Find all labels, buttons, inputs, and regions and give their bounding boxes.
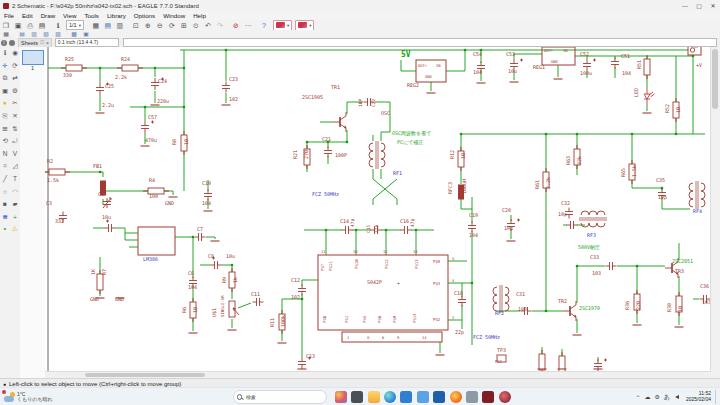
schematic-label[interactable]: C52 xyxy=(580,51,589,57)
net-wire[interactable] xyxy=(238,303,251,308)
schematic-label[interactable]: TR1 xyxy=(331,84,340,90)
schematic-label[interactable]: U$1 xyxy=(211,308,217,317)
move-tool[interactable]: ✛ xyxy=(0,60,10,73)
task-view-icon[interactable] xyxy=(351,391,363,403)
arc-tool[interactable]: ◠ xyxy=(10,186,20,199)
schematic-label[interactable]: C57 xyxy=(148,114,157,120)
command-input[interactable] xyxy=(123,38,717,47)
schematic-label[interactable]: OSC周波数を看て xyxy=(392,130,431,137)
schematic-label[interactable]: 13 xyxy=(413,249,418,254)
schematic-label[interactable]: 10 xyxy=(677,306,683,312)
zoom-select-icon[interactable]: ⊞ xyxy=(178,21,189,30)
schematic-label[interactable]: C35 xyxy=(656,177,665,183)
part-C51[interactable] xyxy=(611,58,619,69)
wire-tool[interactable]: ╱ xyxy=(0,173,10,186)
schematic-label[interactable]: 102 xyxy=(229,96,238,102)
schematic-label[interactable]: + xyxy=(397,280,400,286)
part-R24[interactable] xyxy=(117,65,143,71)
schematic-label[interactable]: R61 xyxy=(534,180,540,189)
schematic-label[interactable]: LM386 xyxy=(143,256,158,262)
schematic-label[interactable]: R21 xyxy=(292,150,298,159)
close-panel-icon[interactable]: × xyxy=(46,40,49,46)
junction-tool[interactable]: • xyxy=(0,223,10,236)
sheet-selector[interactable]: 1/1▾ xyxy=(66,20,84,30)
board-button[interactable]: ▾ xyxy=(273,20,292,31)
schematic-label[interactable]: 332 xyxy=(55,218,64,224)
junction-dot[interactable] xyxy=(545,133,548,136)
speaker-icon[interactable] xyxy=(675,395,679,399)
menu-options[interactable]: Options xyxy=(130,12,159,19)
schematic-label[interactable]: RF3 xyxy=(587,232,596,238)
schematic-label[interactable]: 220u xyxy=(157,98,169,104)
maximize-button[interactable]: ▢ xyxy=(692,1,706,11)
schematic-label[interactable]: C10 xyxy=(202,180,211,186)
eagle-icon[interactable] xyxy=(482,391,494,403)
layer-settings-icon[interactable]: ▤ xyxy=(102,21,113,30)
schematic-label[interactable]: REG1 xyxy=(533,64,545,70)
schematic-label[interactable]: P$2 xyxy=(433,317,441,322)
net-tool[interactable]: ＋ xyxy=(10,211,20,224)
schematic-label[interactable]: R6 xyxy=(181,307,187,313)
schematic-label[interactable]: 6 xyxy=(382,335,385,340)
schematic-label[interactable]: S042P xyxy=(367,279,382,285)
schematic-label[interactable]: 100 xyxy=(149,193,158,199)
edge-icon[interactable] xyxy=(384,391,396,403)
part-R25[interactable] xyxy=(61,65,87,71)
schematic-label[interactable]: PCにて補正 xyxy=(397,139,423,146)
junction-dot[interactable] xyxy=(301,298,304,301)
gateswap-tool[interactable]: ⤾ xyxy=(10,135,20,148)
name-tool[interactable]: N xyxy=(0,148,10,161)
schematic-label[interactable]: 100k xyxy=(280,315,286,327)
zoom-redraw-icon[interactable]: ⟳ xyxy=(166,21,177,30)
schematic-label[interactable]: R9 xyxy=(221,277,227,283)
schematic-label[interactable]: GND xyxy=(551,59,559,64)
schematic-label[interactable]: P$13 xyxy=(414,259,419,269)
menu-help[interactable]: Help xyxy=(189,12,210,19)
schematic-label[interactable]: R24 xyxy=(121,56,130,62)
polygon-tool[interactable]: ▰ xyxy=(10,198,20,211)
menu-view[interactable]: View xyxy=(59,12,80,19)
part-C18[interactable] xyxy=(458,296,466,307)
schematic-label[interactable]: C8 xyxy=(208,253,214,259)
schematic-label[interactable]: 100P xyxy=(335,152,347,158)
zoom-out-icon[interactable]: ⊖ xyxy=(154,21,165,30)
copilot-icon[interactable] xyxy=(335,391,347,403)
schematic-label[interactable]: R63 xyxy=(565,156,571,165)
schematic-label[interactable]: 10u xyxy=(508,68,517,74)
part-U$1[interactable] xyxy=(229,301,239,317)
tray-chevron-icon[interactable]: ⌃ xyxy=(635,394,640,401)
junction-dot[interactable] xyxy=(576,133,579,136)
schematic-label[interactable]: LED xyxy=(633,88,639,97)
schematic-label[interactable]: C15 xyxy=(366,225,371,233)
schematic-label[interactable]: R65 xyxy=(620,168,626,177)
schematic-label[interactable]: OUT+ xyxy=(418,63,428,68)
schematic-label[interactable]: C51 xyxy=(621,53,630,59)
schematic-label[interactable]: GND xyxy=(425,74,433,79)
text-tool[interactable]: T xyxy=(10,173,20,186)
search-box[interactable]: 検索 xyxy=(233,390,327,404)
save-icon[interactable]: ▣ xyxy=(13,21,24,30)
schematic-label[interactable]: 22p xyxy=(455,329,464,336)
schematic-label[interactable]: 9 xyxy=(397,335,400,340)
schematic-label[interactable]: R12 xyxy=(449,150,455,159)
junction-dot[interactable] xyxy=(325,229,328,232)
pin-icon[interactable]: ⏍ xyxy=(40,39,44,46)
schematic-label[interactable]: C6 xyxy=(188,270,194,276)
zoom-last-icon[interactable]: ⊙ xyxy=(190,21,201,30)
store-icon[interactable] xyxy=(400,391,412,403)
junction-dot[interactable] xyxy=(631,133,634,136)
schematic-label[interactable]: R52 xyxy=(664,104,670,113)
schematic-label[interactable]: P$8 xyxy=(322,315,327,323)
junction-dot[interactable] xyxy=(460,133,463,136)
schematic-label[interactable]: P$12 xyxy=(384,259,389,269)
vscroll-thumb[interactable] xyxy=(712,49,718,109)
mirror-tool[interactable]: ⇄ xyxy=(10,72,20,85)
menu-window[interactable]: Window xyxy=(159,12,189,19)
schematic-label[interactable]: R2 xyxy=(47,158,53,164)
schematic-label[interactable]: FCZ 50MHz xyxy=(312,191,339,197)
circle-tool[interactable]: ○ xyxy=(0,186,10,199)
align-left-icon[interactable]: ▧ xyxy=(41,31,52,38)
align-right-icon[interactable]: ▨ xyxy=(53,31,64,38)
schematic-label[interactable]: 104 xyxy=(188,284,197,290)
schematic-label[interactable]: 2SC2851 xyxy=(672,258,693,264)
